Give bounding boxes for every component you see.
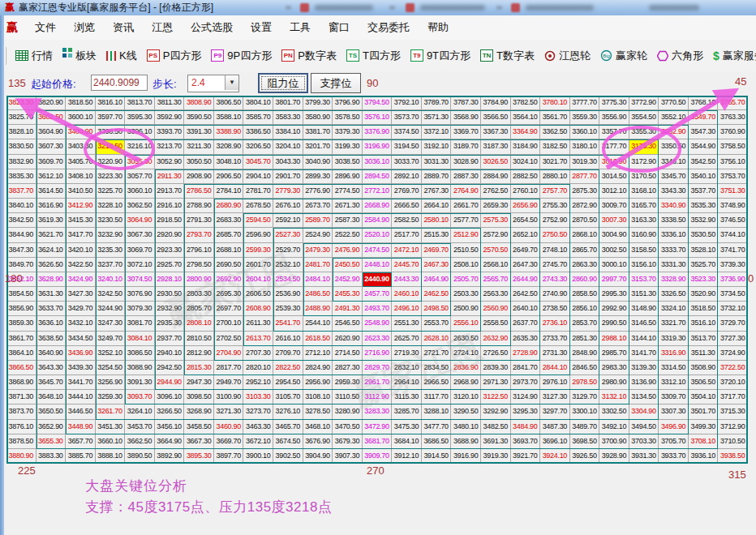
grid-cell[interactable]: 3256.90 bbox=[96, 375, 126, 390]
grid-cell[interactable]: 2563.30 bbox=[481, 287, 511, 302]
grid-cell[interactable]: 3662.50 bbox=[125, 434, 155, 449]
grid-cell[interactable]: 3734.50 bbox=[718, 287, 748, 302]
grid-cell[interactable]: 2964.10 bbox=[392, 375, 422, 390]
grid-cell[interactable]: 3201.70 bbox=[303, 139, 333, 154]
grid-cell[interactable]: 2848.90 bbox=[570, 346, 600, 361]
toolbar-item-13[interactable]: $赢家服务 bbox=[713, 49, 756, 63]
grid-cell[interactable]: 3840.10 bbox=[6, 199, 37, 213]
grid-cell[interactable]: 2592.10 bbox=[273, 213, 303, 228]
grid-cell[interactable]: 3751.30 bbox=[718, 184, 748, 199]
grid-cell[interactable]: 2788.90 bbox=[184, 199, 214, 213]
grid-cell[interactable]: 2860.90 bbox=[570, 272, 600, 287]
grid-cell[interactable]: 3439.30 bbox=[66, 361, 96, 375]
grid-cell[interactable]: 2832.10 bbox=[392, 361, 422, 375]
grid-cell[interactable]: 2520.10 bbox=[363, 228, 393, 242]
grid-cell[interactable]: 2887.30 bbox=[451, 169, 481, 184]
grid-cell[interactable]: 3050.50 bbox=[184, 155, 214, 169]
grid-cell[interactable]: 3266.50 bbox=[155, 404, 185, 419]
grid-cell[interactable]: 3261.70 bbox=[96, 404, 126, 419]
grid-cell[interactable]: 3712.90 bbox=[718, 420, 748, 434]
grid-cell[interactable]: 3002.50 bbox=[599, 243, 629, 258]
grid-cell[interactable]: 3403.30 bbox=[66, 139, 96, 154]
grid-cell[interactable]: 2916.10 bbox=[155, 199, 185, 213]
grid-cell[interactable]: 3424.90 bbox=[66, 272, 96, 287]
grid-cell[interactable]: 2635.30 bbox=[511, 332, 541, 346]
grid-cell[interactable]: 2496.10 bbox=[392, 302, 422, 316]
grid-cell[interactable]: 3564.10 bbox=[511, 110, 541, 125]
grid-cell[interactable]: 3808.90 bbox=[184, 96, 214, 110]
grid-cell[interactable]: 2784.10 bbox=[214, 184, 244, 199]
grid-cell[interactable]: 2690.50 bbox=[214, 258, 244, 272]
grid-cell[interactable]: 3127.30 bbox=[540, 390, 570, 404]
grid-cell[interactable]: 3259.30 bbox=[96, 390, 126, 404]
grid-cell[interactable]: 3232.90 bbox=[96, 228, 126, 242]
grid-cell[interactable]: 3086.50 bbox=[125, 346, 155, 361]
grid-cell[interactable]: 3573.70 bbox=[392, 110, 422, 125]
grid-cell[interactable]: 3391.30 bbox=[184, 125, 214, 139]
menu-item-3[interactable]: 资讯 bbox=[104, 20, 143, 35]
grid-cell[interactable]: 2472.10 bbox=[392, 243, 422, 258]
grid-cell[interactable]: 3720.10 bbox=[718, 375, 748, 390]
grid-cell[interactable]: 3900.10 bbox=[243, 449, 273, 464]
grid-cell[interactable]: 3172.90 bbox=[629, 155, 659, 169]
grid-cell[interactable]: 2918.50 bbox=[155, 213, 185, 228]
grid-cell[interactable]: 2716.90 bbox=[363, 346, 393, 361]
grid-cell[interactable]: 2817.70 bbox=[214, 361, 244, 375]
grid-cell[interactable]: 3847.30 bbox=[6, 243, 37, 258]
grid-cell[interactable]: 3014.50 bbox=[599, 169, 629, 184]
grid-cell[interactable]: 2604.10 bbox=[243, 272, 273, 287]
grid-cell[interactable]: 3727.30 bbox=[718, 332, 748, 346]
grid-cell[interactable]: 3100.90 bbox=[214, 390, 244, 404]
grid-cell[interactable]: 2731.30 bbox=[540, 346, 570, 361]
grid-cell[interactable]: 2460.10 bbox=[392, 287, 422, 302]
grid-cell[interactable]: 2824.90 bbox=[303, 361, 333, 375]
grid-cell[interactable]: 3148.90 bbox=[629, 302, 659, 316]
grid-cell[interactable]: 3069.70 bbox=[125, 243, 155, 258]
grid-cell[interactable]: 3446.50 bbox=[66, 404, 96, 419]
grid-cell[interactable]: 2901.70 bbox=[273, 169, 303, 184]
grid-cell[interactable]: 3285.70 bbox=[392, 404, 422, 419]
grid-cell[interactable]: 3336.10 bbox=[659, 228, 689, 242]
grid-cell[interactable]: 2498.50 bbox=[422, 302, 452, 316]
grid-cell[interactable]: 2709.70 bbox=[273, 346, 303, 361]
grid-cell[interactable]: 2812.90 bbox=[184, 346, 214, 361]
grid-cell[interactable]: 3854.50 bbox=[6, 287, 37, 302]
grid-cell[interactable]: 3004.90 bbox=[599, 228, 629, 242]
grid-cell[interactable]: 3559.30 bbox=[570, 110, 600, 125]
grid-cell[interactable]: 3223.30 bbox=[96, 169, 126, 184]
grid-cell[interactable]: 3052.90 bbox=[155, 155, 185, 169]
grid-cell[interactable]: 2548.90 bbox=[363, 316, 393, 331]
grid-cell[interactable]: 3739.30 bbox=[718, 258, 748, 272]
grid-cell[interactable]: 2680.90 bbox=[214, 199, 244, 213]
grid-cell[interactable]: 2457.70 bbox=[363, 287, 393, 302]
grid-cell[interactable]: 3369.70 bbox=[451, 125, 481, 139]
grid-cell[interactable]: 3518.50 bbox=[689, 302, 719, 316]
grid-cell[interactable]: 3352.90 bbox=[659, 125, 689, 139]
grid-cell[interactable]: 3117.70 bbox=[422, 390, 452, 404]
grid-cell[interactable]: 2786.50 bbox=[184, 184, 214, 199]
grid-cell[interactable]: 2536.90 bbox=[273, 287, 303, 302]
grid-cell[interactable]: 3660.10 bbox=[96, 434, 126, 449]
grid-cell[interactable]: 2865.70 bbox=[570, 243, 600, 258]
grid-cell[interactable]: 3849.70 bbox=[6, 258, 37, 272]
grid-cell[interactable]: 2587.30 bbox=[333, 213, 363, 228]
grid-cell[interactable]: 3235.30 bbox=[96, 243, 126, 258]
grid-cell[interactable]: 2539.30 bbox=[273, 302, 303, 316]
grid-cell[interactable]: 3350.50 bbox=[659, 139, 689, 154]
grid-cell[interactable]: 2880.10 bbox=[540, 169, 570, 184]
grid-cell[interactable]: 3628.90 bbox=[37, 272, 67, 287]
grid-cell[interactable]: 2971.30 bbox=[481, 375, 511, 390]
grid-cell[interactable]: 2611.30 bbox=[243, 316, 273, 331]
grid-cell[interactable]: 3626.50 bbox=[37, 258, 67, 272]
grid-cell[interactable]: 3292.90 bbox=[481, 404, 511, 419]
grid-cell[interactable]: 3859.30 bbox=[6, 316, 37, 331]
grid-cell[interactable]: 3362.50 bbox=[540, 125, 570, 139]
menu-item-4[interactable]: 江恩 bbox=[143, 20, 182, 35]
grid-cell[interactable]: 3225.70 bbox=[96, 184, 126, 199]
grid-cell[interactable]: 2582.50 bbox=[392, 213, 422, 228]
menu-item-5[interactable]: 公式选股 bbox=[182, 20, 242, 35]
grid-cell[interactable]: 3525.70 bbox=[689, 258, 719, 272]
grid-cell[interactable]: 2908.90 bbox=[184, 169, 214, 184]
grid-cell[interactable]: 3187.30 bbox=[481, 139, 511, 154]
grid-cell[interactable]: 3184.90 bbox=[511, 139, 541, 154]
